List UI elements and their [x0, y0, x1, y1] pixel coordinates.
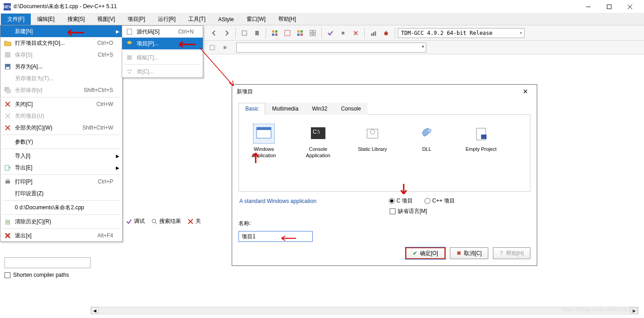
minimize-button[interactable]	[578, 0, 599, 14]
tool-grid2[interactable]	[281, 27, 293, 39]
filemenu-saveprojas[interactable]: 另存项目为(T)...	[0, 72, 122, 84]
tool-grid4[interactable]	[307, 27, 319, 39]
svg-rect-61	[481, 135, 487, 139]
newmenu-project[interactable]: 项目[P]...	[122, 38, 203, 49]
shorten-paths-checkbox[interactable]: Shorten compiler paths	[5, 272, 69, 278]
project-name-input[interactable]	[239, 231, 313, 242]
windows-app-icon	[253, 124, 275, 144]
newmenu-source[interactable]: 源代码[S] Ctrl+N	[122, 26, 203, 38]
projtype-console-app[interactable]: C:\ Console Application	[298, 124, 339, 159]
svg-rect-19	[342, 32, 344, 34]
newmenu-class[interactable]: 类[C]...	[122, 66, 203, 77]
menu-view[interactable]: 视图[V]	[91, 14, 121, 25]
submenu-indicator-icon: ▶	[116, 165, 119, 170]
radio-cpp-project[interactable]: C++ 项目	[425, 197, 455, 205]
tool-r2a[interactable]	[206, 42, 218, 53]
menu-search[interactable]: 搜索[S]	[61, 14, 91, 25]
close-button[interactable]	[620, 0, 640, 14]
svg-rect-17	[310, 34, 312, 36]
tool-chart[interactable]	[367, 27, 379, 39]
bottom-tabs: 调试 搜索结果 关	[126, 217, 201, 225]
save-icon	[3, 50, 12, 59]
tool-goto[interactable]	[239, 27, 250, 39]
projtype-static-lib[interactable]: Static Library	[352, 124, 393, 153]
close-all-icon	[3, 123, 12, 132]
close-proj-icon	[3, 111, 12, 120]
filemenu-save[interactable]: 保存[S] Ctrl+S	[0, 49, 122, 61]
menu-window[interactable]: 窗口[W]	[240, 14, 272, 25]
left-combo[interactable]	[5, 257, 91, 268]
svg-rect-41	[5, 181, 10, 183]
filemenu-new[interactable]: 新建[N] ▶	[0, 25, 122, 37]
svg-rect-5	[255, 31, 259, 35]
menu-help[interactable]: 帮助[H]	[272, 14, 302, 25]
btab-close[interactable]: 关	[187, 217, 201, 225]
svg-rect-6	[272, 30, 274, 33]
tool-bkmk[interactable]	[251, 27, 263, 39]
tool-bug[interactable]	[380, 27, 392, 39]
tab-console[interactable]: Console	[334, 103, 367, 115]
filemenu-clearhist[interactable]: 清除历史[C](R)	[0, 216, 122, 227]
filemenu-close[interactable]: 关闭[C] Ctrl+W	[0, 98, 122, 110]
svg-point-25	[384, 32, 388, 35]
template-icon	[125, 53, 134, 62]
menu-tools[interactable]: 工具[T]	[182, 14, 212, 25]
projtype-windows-app[interactable]: Windows Application	[243, 124, 284, 159]
dialog-close-button[interactable]: ✕	[519, 85, 532, 98]
tool-fwd[interactable]	[221, 27, 233, 39]
menu-edit[interactable]: 编辑[E]	[31, 14, 61, 25]
svg-point-62	[152, 219, 156, 223]
tool-stop[interactable]	[337, 27, 349, 39]
btab-debug[interactable]: 调试	[126, 217, 145, 225]
filemenu-closeproj[interactable]: 关闭项目(U)	[0, 110, 122, 122]
filemenu-printsetup[interactable]: 打印设置(Z)	[0, 188, 122, 199]
dialog-title: 新项目	[237, 88, 519, 96]
horizontal-scrollbar[interactable]: ◀ ▶	[91, 307, 639, 314]
tool-back[interactable]	[208, 27, 220, 39]
watermark: https://blog.csdn.net/cnds123	[561, 306, 638, 313]
filemenu-closeall[interactable]: 全部关闭[C](W) Shift+Ctrl+W	[0, 122, 122, 134]
filemenu-import[interactable]: 导入[I] ▶	[0, 150, 122, 162]
btab-search[interactable]: 搜索结果	[151, 217, 181, 225]
cancel-button[interactable]: ✖ 取消[C]	[450, 247, 488, 259]
checkbox-default-lang[interactable]	[390, 208, 396, 214]
newmenu-template[interactable]: 模板[T]...	[122, 52, 203, 63]
filemenu-saveas[interactable]: 另存为[A]...	[0, 61, 122, 72]
filemenu-open[interactable]: 打开项目或文件[O]... Ctrl+O	[0, 37, 122, 49]
scroll-left-button[interactable]: ◀	[91, 307, 99, 314]
export-icon	[3, 163, 12, 172]
tab-win32[interactable]: Win32	[305, 103, 334, 115]
tool-r2b[interactable]	[219, 42, 231, 53]
maximize-button[interactable]	[599, 0, 620, 14]
filemenu-params[interactable]: 参数(Y)	[0, 136, 122, 148]
filemenu-saveall[interactable]: 全部保存[v] Shift+Ctrl+S	[0, 84, 122, 96]
filemenu-exit[interactable]: 退出[x] Alt+F4	[0, 230, 122, 241]
menu-astyle[interactable]: AStyle	[212, 14, 240, 25]
tab-basic[interactable]: Basic	[239, 103, 265, 115]
tool-grid3[interactable]	[294, 27, 306, 39]
radio-c-project[interactable]: C 项目	[389, 197, 413, 205]
projtype-dll[interactable]: DLL	[406, 124, 447, 153]
svg-rect-27	[210, 45, 215, 50]
project-icon	[125, 39, 134, 48]
compiler-combo[interactable]: TDM-GCC 4.9.2 64-bit Release	[398, 28, 525, 38]
tab-multimedia[interactable]: Multimedia	[265, 103, 305, 115]
filemenu-export[interactable]: 导出[E] ▶	[0, 162, 122, 173]
menu-project[interactable]: 项目[P]	[121, 14, 152, 25]
menu-file[interactable]: 文件[F]	[1, 14, 31, 25]
filemenu-recent0[interactable]: 0 d:\Documents\未命名2.cpp	[0, 202, 122, 213]
submenu-indicator-icon: ▶	[116, 29, 119, 34]
help-button[interactable]: ? 帮助[H]	[493, 247, 530, 259]
filemenu-print[interactable]: 打印[P] Ctrl+P	[0, 176, 122, 188]
svg-rect-9	[275, 34, 277, 36]
dialog-description: A standard Windows application	[239, 198, 375, 204]
ok-button[interactable]: ✔ 确定[O]	[405, 247, 445, 259]
folder-open-icon	[3, 39, 12, 48]
menu-run[interactable]: 运行[R]	[152, 14, 182, 25]
tool-check[interactable]	[324, 27, 336, 39]
combo-scope[interactable]	[236, 43, 426, 53]
tool-x[interactable]	[350, 27, 362, 39]
tool-grid1[interactable]	[269, 27, 281, 39]
checkbox-default-lang-label: 缺省语言[M]	[398, 207, 427, 215]
projtype-empty[interactable]: Empty Project	[461, 124, 501, 153]
